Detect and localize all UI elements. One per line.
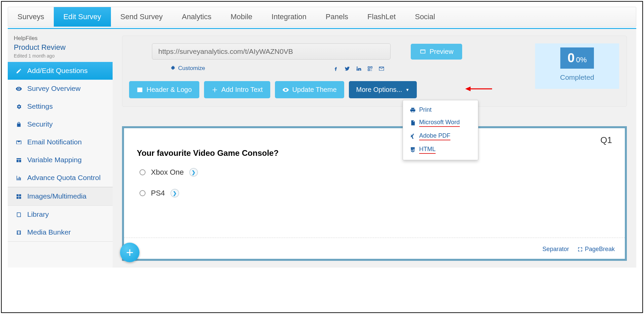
sidebar-item-images-multimedia[interactable]: Images/Multimedia [8, 187, 113, 205]
more-options-button[interactable]: More Options... ▼ [349, 81, 417, 98]
twitter-icon[interactable] [344, 65, 350, 72]
tab-integration[interactable]: Integration [262, 7, 316, 27]
annotation-arrow [465, 86, 492, 92]
sidebar-item-label: Security [27, 120, 53, 128]
dropdown-pdf[interactable]: Adobe PDF [403, 130, 478, 143]
question-text: Your favourite Video Game Console? [137, 148, 612, 158]
tab-surveys[interactable]: Surveys [8, 7, 54, 27]
edit-icon [15, 67, 23, 74]
sidebar-item-survey-overview[interactable]: Survey Overview [8, 80, 113, 98]
grid-icon [15, 193, 23, 200]
sidebar-item-settings[interactable]: Settings [8, 98, 113, 115]
sidebar-item-label: Media Bunker [27, 228, 71, 236]
option-label: PS4 [151, 189, 165, 198]
sidebar-item-label: Variable Mapping [27, 156, 82, 164]
pagebreak-link[interactable]: PageBreak [577, 246, 615, 253]
linkedin-icon[interactable] [356, 65, 362, 72]
qr-icon[interactable] [367, 65, 373, 72]
sidebar-header: HelpFiles Product Review Edited 1 month … [8, 29, 113, 62]
sidebar-item-security[interactable]: Security [8, 115, 113, 133]
sidebar-item-media-bunker[interactable]: Media Bunker [8, 223, 113, 241]
tab-panels[interactable]: Panels [316, 7, 358, 27]
sidebar-item-email-notification[interactable]: Email Notification [8, 133, 113, 151]
tab-social[interactable]: Social [405, 7, 445, 27]
question-number: Q1 [600, 135, 612, 145]
sidebar-item-label: Advance Quota Control [27, 174, 100, 182]
tab-flashlet[interactable]: FlashLet [358, 7, 405, 27]
chart-icon [15, 174, 23, 181]
social-icons [333, 65, 385, 72]
add-fab-button[interactable]: + [120, 243, 139, 262]
option-xbox[interactable]: Xbox One ❯ [139, 168, 612, 177]
sidebar-item-label: Library [27, 210, 49, 218]
tab-edit-survey[interactable]: Edit Survey [54, 7, 111, 27]
image-icon [136, 86, 143, 93]
sidebar-item-advance-quota-control[interactable]: Advance Quota Control [8, 169, 113, 187]
add-intro-text-button[interactable]: Add Intro Text [204, 81, 270, 98]
completed-count: 00% [560, 47, 594, 69]
tab-mobile[interactable]: Mobile [221, 7, 262, 27]
header-logo-button[interactable]: Header & Logo [129, 81, 199, 98]
caret-down-icon: ▼ [405, 88, 409, 92]
sidebar-item-label: Images/Multimedia [27, 192, 86, 200]
sidebar-item-label: Add/Edit Questions [27, 67, 88, 75]
toolbar: Header & Logo Add Intro Text Update Them… [129, 81, 597, 98]
sidebar-item-variable-mapping[interactable]: Variable Mapping [8, 151, 113, 169]
xing-icon [410, 133, 416, 139]
radio-icon [139, 169, 146, 175]
survey-panel: 00% Completed Preview Customize [122, 36, 627, 107]
facebook-icon[interactable] [333, 65, 339, 72]
customize-link[interactable]: Customize [170, 65, 205, 72]
radio-icon [139, 190, 146, 196]
envelope-icon [15, 139, 23, 146]
completed-label: Completed [535, 73, 619, 81]
tab-send-survey[interactable]: Send Survey [111, 7, 172, 27]
film-icon [15, 229, 23, 236]
question-block: Q1 Your favourite Video Game Console? Xb… [122, 126, 627, 261]
option-label: Xbox One [151, 168, 184, 177]
eye-icon [15, 85, 23, 92]
main-area: 00% Completed Preview Customize [113, 29, 636, 268]
print-icon [410, 107, 416, 113]
pagebreak-icon [577, 246, 583, 252]
html5-icon [410, 147, 416, 153]
dropdown-html[interactable]: HTML [403, 143, 478, 156]
survey-title[interactable]: Product Review [14, 43, 107, 52]
sidebar-item-label: Settings [27, 102, 53, 110]
preview-icon [419, 48, 426, 55]
book-icon [15, 211, 23, 218]
option-ps4[interactable]: PS4 ❯ [139, 189, 612, 198]
plus-icon: + [126, 245, 133, 260]
file-icon [410, 120, 416, 126]
preview-button[interactable]: Preview [411, 44, 462, 60]
dropdown-word[interactable]: Microsoft Word [403, 116, 478, 130]
sidebar: HelpFiles Product Review Edited 1 month … [8, 29, 113, 268]
lock-icon [15, 121, 23, 128]
edited-timestamp: Edited 1 month ago [14, 53, 107, 59]
sidebar-item-label: Email Notification [27, 138, 82, 146]
svg-marker-1 [465, 86, 471, 91]
chevron-right-icon[interactable]: ❯ [170, 189, 179, 198]
dropdown-print[interactable]: Print [403, 104, 478, 116]
sidebar-item-label: Survey Overview [27, 84, 81, 93]
plus-icon [211, 86, 218, 93]
chevron-right-icon[interactable]: ❯ [189, 168, 198, 177]
update-theme-button[interactable]: Update Theme [275, 81, 344, 98]
cogs-icon [170, 65, 176, 71]
table-icon [15, 156, 23, 164]
breadcrumb[interactable]: HelpFiles [14, 35, 107, 42]
email-icon[interactable] [378, 65, 385, 72]
eye-icon [282, 86, 289, 93]
gears-icon [15, 103, 23, 110]
sidebar-item-add-edit-questions[interactable]: Add/Edit Questions [8, 62, 113, 80]
tab-analytics[interactable]: Analytics [172, 7, 221, 27]
more-options-dropdown: Print Microsoft Word Adobe PDF HTML [403, 100, 478, 160]
top-nav: Surveys Edit Survey Send Survey Analytic… [8, 7, 636, 27]
survey-url-input[interactable] [152, 43, 391, 60]
separator-link[interactable]: Separator [542, 246, 569, 253]
sidebar-item-library[interactable]: Library [8, 206, 113, 223]
